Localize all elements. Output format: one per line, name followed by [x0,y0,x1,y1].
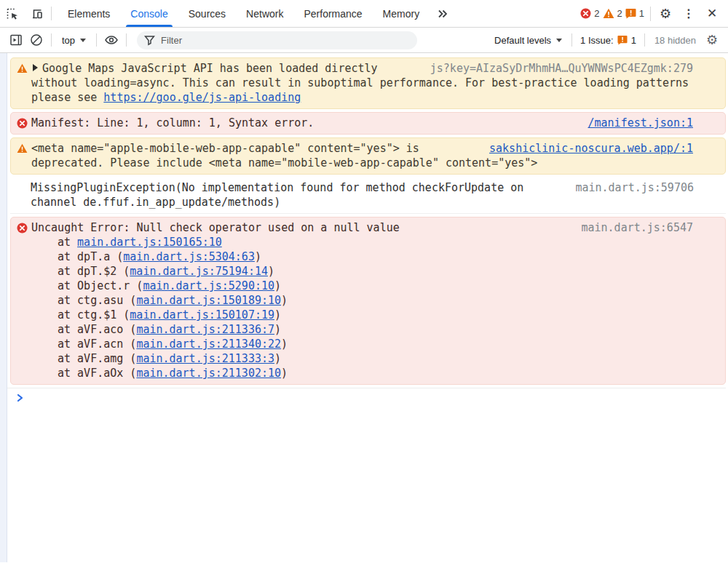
log-levels-selector[interactable]: Default levels [488,33,568,48]
clear-console-button[interactable] [26,31,47,49]
separator [126,33,127,47]
eye-icon [104,34,119,46]
panel-tabs: Elements Console Sources Network Perform… [58,0,430,27]
message-source[interactable]: js?key=AIzaSyDrMhmHA…QuYWNWsPC4EZgmk:279 [430,61,693,76]
stack-frame: at dpT.$2 (main.dart.js:75194:14) [58,264,719,279]
stack-source-link[interactable]: main.dart.js:75194:14 [130,265,268,278]
console-prompt[interactable] [7,388,726,407]
stack-frame: at ctg.asu (main.dart.js:150189:10) [58,293,719,308]
close-icon: ✕ [707,6,717,21]
block-icon [30,33,43,47]
stack-frame: at aVF.aOx (main.dart.js:211302:10) [58,366,719,380]
stack-frame: at aVF.amg (main.dart.js:211333:3) [58,351,719,366]
stack-trace: at main.dart.js:150165:10at dpT.a (main.… [58,235,719,380]
tab-network[interactable]: Network [236,0,293,27]
issues-icon [625,8,636,19]
stack-source-link[interactable]: main.dart.js:211340:22 [136,338,281,351]
hidden-messages-label[interactable]: 18 hidden [649,35,702,46]
filter-input[interactable] [161,35,410,46]
message-link[interactable]: https://goo.gle/js-api-loading [103,91,301,104]
message-source-link[interactable]: /manifest.json:1 [588,116,694,130]
message-text: <meta name="apple-mobile-web-app-capable… [31,142,537,169]
stack-source-link[interactable]: main.dart.js:150165:10 [77,236,222,249]
tab-console[interactable]: Console [120,0,178,27]
issues-counter[interactable]: 1 [625,8,644,19]
separator [644,33,645,47]
message-source[interactable]: main.dart.js:59706 [575,180,694,195]
tab-elements[interactable]: Elements [58,0,120,27]
message-body: main.dart.js:6547 Uncaught Error: Null c… [31,220,719,380]
inspect-element-button[interactable] [0,0,25,27]
stack-frame: at dpT.a (main.dart.js:5304:63) [58,249,719,264]
issues-link-count: 1 [631,35,636,46]
device-toolbar-icon [30,7,44,21]
error-counter[interactable]: 2 [580,8,599,19]
stack-source-link[interactable]: main.dart.js:5304:63 [123,250,255,263]
warning-count: 2 [617,8,622,19]
stack-source-link[interactable]: main.dart.js:211336:7 [136,323,274,336]
devtools-menu-button[interactable]: ⋮ [677,0,700,27]
issues-link-label: 1 Issue: [580,35,614,46]
separator [96,33,97,47]
separator [571,33,572,47]
inspect-icon [5,7,20,21]
warning-counter[interactable]: 2 [603,8,622,19]
console-error-uncaught: main.dart.js:6547 Uncaught Error: Null c… [10,217,726,385]
live-expression-button[interactable] [101,31,122,49]
kebab-menu-icon: ⋮ [683,7,695,20]
more-tabs-button[interactable] [430,0,456,27]
console-warning-maps: js?key=AIzaSyDrMhmHA…QuYWNWsPC4EZgmk:279… [10,57,726,109]
console-warning-meta: sakshiclinic-noscura.web.app/:1 <meta na… [10,137,726,175]
console-settings-button[interactable]: ⚙ [702,31,722,49]
issues-link[interactable]: 1 Issue: 1 [576,35,641,46]
warning-icon [17,141,31,170]
context-selector[interactable]: top [56,33,92,48]
message-body: js?key=AIzaSyDrMhmHA…QuYWNWsPC4EZgmk:279… [31,61,719,105]
gear-icon: ⚙ [660,7,671,20]
stack-source-link[interactable]: main.dart.js:150107:19 [130,308,274,322]
separator [51,7,52,20]
stack-source-link[interactable]: main.dart.js:150189:10 [136,294,281,307]
stack-frame: at main.dart.js:150165:10 [58,235,719,249]
message-text: MissingPluginException(No implementation… [31,181,523,209]
expand-triangle-icon[interactable] [33,64,38,71]
console-left-gutter [0,53,7,562]
message-text: Manifest: Line: 1, column: 1, Syntax err… [31,116,314,129]
prompt-chevron-icon [16,394,25,402]
devtools-settings-button[interactable]: ⚙ [654,0,677,27]
stack-source-link[interactable]: main.dart.js:211302:10 [136,367,281,380]
message-source-link[interactable]: sakshiclinic-noscura.web.app/:1 [489,141,693,156]
error-icon [17,220,31,380]
console-message-list: js?key=AIzaSyDrMhmHA…QuYWNWsPC4EZgmk:279… [7,53,728,562]
separator [51,33,52,47]
close-devtools-button[interactable]: ✕ [700,0,724,27]
double-chevron-icon [437,9,448,19]
toggle-device-toolbar-button[interactable] [25,0,50,27]
tab-memory[interactable]: Memory [373,0,430,27]
stack-frame: at aVF.aco (main.dart.js:211336:7) [58,322,719,337]
chevron-down-icon [80,39,86,42]
message-body: main.dart.js:59706 MissingPluginExceptio… [31,180,720,209]
tab-performance[interactable]: Performance [293,0,372,27]
tab-sources[interactable]: Sources [178,0,236,27]
issues-icon [617,35,628,45]
issues-count: 1 [639,8,644,19]
sidebar-panel-icon [9,33,23,47]
devtools-tabbar: Elements Console Sources Network Perform… [0,0,728,28]
filter-funnel-icon [144,35,155,46]
message-icon-spacer [16,180,31,209]
console-sidebar-toggle-button[interactable] [6,31,26,49]
console-error-manifest: /manifest.json:1 Manifest: Line: 1, colu… [10,112,726,135]
error-icon [17,116,31,130]
stack-source-link[interactable]: main.dart.js:211333:3 [136,352,274,365]
console-filter[interactable] [137,31,417,49]
message-source[interactable]: main.dart.js:6547 [581,220,693,235]
console-panel: js?key=AIzaSyDrMhmHA…QuYWNWsPC4EZgmk:279… [0,53,728,562]
console-toolbar-right: Default levels 1 Issue: 1 18 hidden ⚙ [488,31,722,49]
separator [650,7,651,21]
chevron-down-icon [556,39,562,42]
stack-source-link[interactable]: main.dart.js:5290:10 [143,279,274,292]
message-body: sakshiclinic-noscura.web.app/:1 <meta na… [31,141,719,170]
console-toolbar: top Default levels 1 Issue: [0,28,728,53]
console-message-plugin: main.dart.js:59706 MissingPluginExceptio… [10,177,726,214]
